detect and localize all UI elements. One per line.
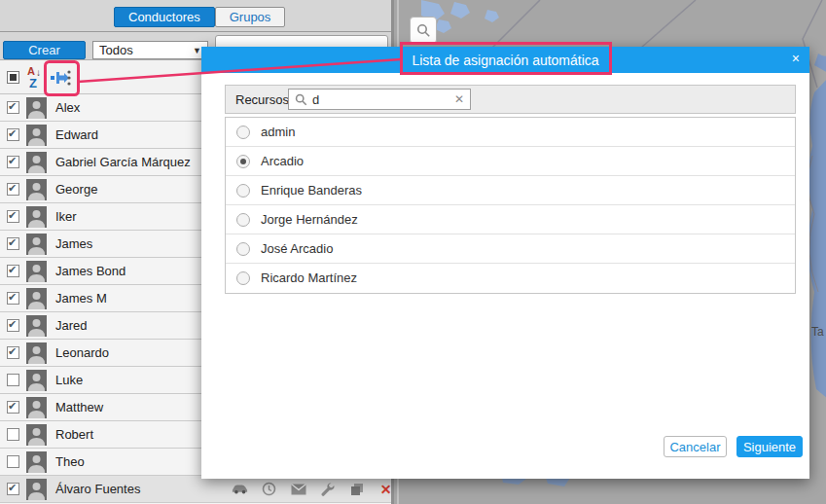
radio-selected[interactable] <box>236 155 250 168</box>
tab-grupos[interactable]: Grupos <box>215 7 286 27</box>
resources-label: Recursos <box>235 92 289 107</box>
clock-icon[interactable] <box>261 481 277 497</box>
search-query-text: d <box>312 92 319 107</box>
vehicle-icon[interactable] <box>232 481 248 497</box>
resource-option[interactable]: Enrique Banderas <box>226 176 795 205</box>
driver-name: Jared <box>55 318 88 333</box>
map-place-label: Ta <box>811 325 824 339</box>
driver-name: Iker <box>55 209 77 224</box>
filter-dropdown-value: Todos <box>99 43 133 57</box>
driver-checkbox[interactable] <box>7 101 19 114</box>
driver-name: James Bond <box>55 264 126 278</box>
driver-avatar <box>26 206 47 228</box>
driver-checkbox[interactable] <box>7 346 19 359</box>
resource-option-label: Jorge Hernández <box>261 212 358 227</box>
delete-icon[interactable]: ✕ <box>377 481 394 497</box>
driver-checkbox[interactable] <box>7 265 19 277</box>
driver-name: Edward <box>55 127 98 142</box>
driver-checkbox[interactable] <box>7 455 19 468</box>
driver-checkbox[interactable] <box>7 183 19 196</box>
resource-option-label: Enrique Banderas <box>261 183 362 198</box>
resource-option[interactable]: Jorge Hernández <box>226 205 795 234</box>
driver-checkbox[interactable] <box>7 401 19 414</box>
driver-avatar <box>26 152 47 173</box>
driver-avatar <box>26 315 47 337</box>
driver-row-actions: ✕ <box>232 481 394 497</box>
search-icon <box>416 23 431 38</box>
radio-unselected[interactable] <box>236 126 250 139</box>
resource-option[interactable]: Ricardo Martínez <box>226 264 795 293</box>
tab-conductores[interactable]: Conductores <box>114 7 215 27</box>
driver-checkbox[interactable] <box>7 319 19 332</box>
resource-option[interactable]: Arcadio <box>226 147 795 176</box>
radio-unselected[interactable] <box>236 213 250 227</box>
driver-checkbox[interactable] <box>7 128 19 141</box>
chevron-down-icon: ▼ <box>193 46 201 55</box>
sort-az-icon[interactable]: A ↓ Z <box>27 65 47 90</box>
driver-name: Robert <box>55 427 93 442</box>
driver-name: Gabriel García Márquez <box>55 155 191 169</box>
driver-name: James M <box>55 291 107 306</box>
cancel-button[interactable]: Cancelar <box>664 436 727 457</box>
resource-option[interactable]: admin <box>226 118 795 147</box>
driver-checkbox[interactable] <box>7 483 19 495</box>
resource-option-label: Ricardo Martínez <box>261 270 357 285</box>
modal-header: Lista de asignación automática × <box>201 47 809 73</box>
driver-name: James <box>55 236 92 251</box>
message-icon[interactable] <box>290 481 306 497</box>
driver-avatar <box>26 424 47 446</box>
driver-name: Leonardo <box>55 345 109 360</box>
indeterminate-mark <box>10 74 17 81</box>
panel-tabbar: Conductores Grupos <box>0 0 391 32</box>
driver-checkbox[interactable] <box>7 374 19 386</box>
driver-name: Alex <box>55 100 80 115</box>
auto-assignment-modal: Lista de asignación automática × Recurso… <box>201 47 809 479</box>
resource-option[interactable]: José Arcadio <box>226 234 795 264</box>
driver-row[interactable]: Álvaro Fuentes✕ <box>0 476 391 503</box>
driver-name: Theo <box>55 454 85 469</box>
driver-name: George <box>55 182 97 197</box>
radio-unselected[interactable] <box>236 242 250 256</box>
driver-avatar <box>26 179 47 200</box>
radio-unselected[interactable] <box>236 184 250 198</box>
driver-avatar <box>26 288 47 309</box>
map-search-button[interactable] <box>410 17 437 44</box>
copy-icon[interactable] <box>348 481 365 497</box>
modal-title: Lista de asignación automática <box>201 53 809 68</box>
driver-avatar <box>26 97 47 119</box>
driver-name: Álvaro Fuentes <box>55 482 140 496</box>
select-all-checkbox[interactable] <box>7 71 19 84</box>
radio-unselected[interactable] <box>236 271 250 285</box>
driver-avatar <box>26 234 47 255</box>
driver-checkbox[interactable] <box>7 156 19 168</box>
driver-avatar <box>26 397 47 418</box>
driver-avatar <box>26 370 47 391</box>
driver-checkbox[interactable] <box>7 210 19 223</box>
next-button[interactable]: Siguiente <box>736 436 803 457</box>
resources-search-input[interactable]: d ✕ <box>288 89 471 110</box>
driver-avatar <box>26 125 47 146</box>
search-icon <box>295 93 307 106</box>
resource-option-label: Arcadio <box>261 154 304 168</box>
driver-checkbox[interactable] <box>7 237 19 250</box>
driver-name: Luke <box>55 373 83 387</box>
driver-checkbox[interactable] <box>7 292 19 305</box>
filter-dropdown[interactable]: Todos ▼ <box>92 41 208 59</box>
driver-avatar <box>26 479 47 500</box>
resources-bar: Recursos d ✕ <box>225 85 796 114</box>
resource-option-label: admin <box>261 125 295 139</box>
create-button[interactable]: Crear <box>3 41 86 59</box>
driver-avatar <box>26 261 47 282</box>
auto-assignment-icon[interactable] <box>51 69 72 87</box>
driver-avatar <box>26 342 47 364</box>
driver-checkbox[interactable] <box>7 428 19 441</box>
resources-option-list: adminArcadioEnrique BanderasJorge Hernán… <box>225 117 796 294</box>
wrench-icon[interactable] <box>319 481 336 497</box>
resource-option-label: José Arcadio <box>261 241 333 256</box>
driver-name: Matthew <box>55 400 103 414</box>
close-icon[interactable]: × <box>792 52 800 65</box>
driver-avatar <box>26 451 47 473</box>
clear-search-icon[interactable]: ✕ <box>454 92 464 106</box>
